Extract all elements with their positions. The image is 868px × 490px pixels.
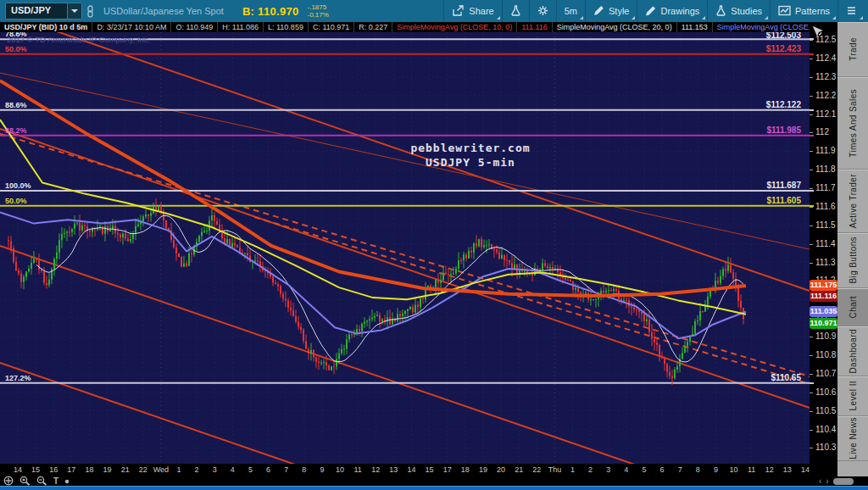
ohlc-header: USD/JPY (BID) 10 d 5mD: 3/23/17 10:10 AM… — [0, 22, 810, 32]
fib-price-label: $111.687 — [766, 181, 801, 190]
symbol-selector[interactable]: USD/JPY — [5, 3, 82, 19]
drag-handle[interactable] — [64, 476, 70, 486]
link-icon[interactable] — [86, 5, 95, 18]
pencil-icon — [645, 5, 656, 18]
menu-icon — [846, 6, 857, 17]
price-tick-label: 112.3 — [815, 73, 836, 81]
button-label: Style — [609, 6, 629, 16]
flask-icon — [510, 5, 521, 18]
price-tick-label: 110.3 — [815, 443, 836, 452]
level-axis-mark — [810, 135, 814, 136]
top-toolbar: USD/JPY USDollar/Japanese Yen Spot B: 11… — [0, 0, 868, 22]
menu-button[interactable] — [837, 0, 865, 22]
sidebar-tab-label: Dashboard — [849, 329, 858, 374]
price-bubble: 111.116 — [810, 291, 837, 302]
button-label: Patterns — [795, 6, 830, 16]
price-tick-mark — [810, 151, 813, 152]
watermark-line2: USDJPY 5-min — [322, 155, 619, 170]
price-tick-label: 112.2 — [815, 92, 836, 100]
header-segment: USD/JPY (BID) 10 d 5m — [0, 22, 92, 32]
ondemand-button[interactable] — [502, 0, 529, 22]
chart-tools: T — [3, 476, 75, 486]
fib-level-label: 78.6% — [5, 32, 27, 38]
sidebar-tab-label: Big Buttons — [849, 237, 858, 284]
chart-canvas[interactable]: 2017 © TD Ameritrade IP Company, Inc. pe… — [0, 32, 810, 464]
price-tick-mark — [810, 226, 813, 226]
dot-icon — [64, 476, 70, 486]
style-button[interactable]: Style — [585, 0, 637, 22]
header-segment: 111.153 — [677, 22, 713, 32]
chart-svg — [0, 32, 810, 464]
share-icon — [452, 5, 465, 18]
sidebar-tab-dashboard[interactable]: Dashboard — [837, 326, 868, 376]
sidebar-tab-trade[interactable]: Trade — [837, 22, 868, 77]
price-tick-label: 110.7 — [815, 370, 836, 378]
studies-button[interactable]: Studies — [707, 0, 770, 22]
symbol-description: USDollar/Japanese Yen Spot — [103, 6, 224, 16]
gear-icon — [537, 5, 548, 18]
price-tick-mark — [810, 411, 813, 412]
sidebar-tab-label: Level II — [849, 381, 858, 410]
price-tick-label: 110.6 — [815, 388, 836, 397]
price-tick-label: 110.8 — [815, 351, 836, 359]
level-axis-mark — [810, 53, 814, 55]
window-border — [0, 486, 868, 490]
price-bubble: 111.035 — [810, 306, 837, 317]
share-button[interactable]: Share — [443, 0, 501, 22]
candles — [8, 198, 744, 385]
price-tick-label: 110.4 — [815, 426, 836, 434]
sidebar-tab-big-buttons[interactable]: Big Buttons — [837, 233, 868, 288]
price-tick-label: 112.4 — [815, 54, 836, 63]
level-axis-mark — [810, 190, 814, 192]
price-axis[interactable]: 112.5112.4112.3112.2112.1112111.9111.811… — [810, 22, 837, 476]
price-tick-label: 110.5 — [815, 407, 836, 415]
header-segment: R: 0.227 — [354, 22, 392, 32]
sidebar-tab-active-trader[interactable]: Active Trader — [837, 170, 868, 233]
header-segment: SimpleMovingAvg (CLOSE, 10, 0) — [392, 22, 517, 32]
sidebar-tab-label: Chart — [849, 296, 858, 318]
sidebar-tab-label: Live News — [849, 417, 858, 459]
price-tick-mark — [810, 77, 813, 78]
text-tool-icon: T — [53, 476, 58, 486]
scroll-right-icon[interactable]: › — [826, 476, 828, 486]
fib-level-label: 38.2% — [5, 126, 27, 135]
price-tick-label: 111.6 — [815, 203, 836, 211]
header-segment: D: 3/23/17 10:10 AM — [92, 22, 171, 32]
trading-platform-window: USD/JPY USDollar/Japanese Yen Spot B: 11… — [0, 0, 868, 490]
sidebar-tab-label: Active Trader — [849, 174, 858, 228]
level-axis-mark — [810, 382, 814, 384]
button-label: Studies — [731, 6, 762, 16]
price-tick-label: 111.4 — [815, 240, 836, 248]
sidebar-tab-live-news[interactable]: Live News — [837, 416, 868, 461]
button-label: 5m — [565, 6, 577, 16]
sidebar-tab-times-and-sales[interactable]: Times And Sales — [837, 77, 868, 170]
header-segment: SimpleMovingAvg (CLOSE, 50,... — [713, 22, 810, 32]
time-axis[interactable]: 1415161718192122Wed123456789101112131415… — [0, 464, 810, 476]
auto-scale-icon[interactable] — [812, 25, 823, 40]
sidebar-filler — [837, 461, 868, 476]
button-label: Share — [469, 6, 493, 16]
button-label: Drawings — [660, 6, 699, 16]
fib-level-label: 127.2% — [5, 374, 31, 382]
scrollbar-thumb[interactable] — [833, 478, 854, 485]
sidebar-tab-chart[interactable]: Chart — [837, 288, 868, 326]
price-tick-mark — [810, 337, 813, 337]
price-tick-label: 111.5 — [815, 221, 836, 230]
price-tick-mark — [810, 244, 813, 245]
price-tick-mark — [810, 132, 813, 133]
sidebar-tab-level-ii[interactable]: Level II — [837, 376, 868, 416]
price-change: -.1875 -0.17% — [308, 3, 329, 19]
scroll-left-icon[interactable]: ‹ — [819, 476, 821, 486]
price-tick-mark — [810, 170, 813, 170]
text-tool[interactable]: T — [53, 476, 58, 486]
timeframe-button[interactable]: 5m — [556, 0, 585, 22]
style-icon — [593, 5, 604, 18]
header-segment: O: 110.949 — [171, 22, 218, 32]
chevron-down-icon[interactable] — [67, 3, 81, 19]
settings-button[interactable] — [529, 0, 556, 22]
drawings-button[interactable]: Drawings — [637, 0, 707, 22]
fib-price-label: $112.122 — [766, 100, 801, 109]
bid-price: B: 110.970 — [242, 5, 299, 18]
patterns-button[interactable]: Patterns — [770, 0, 837, 22]
price-bubble: 111.175 — [810, 280, 837, 291]
